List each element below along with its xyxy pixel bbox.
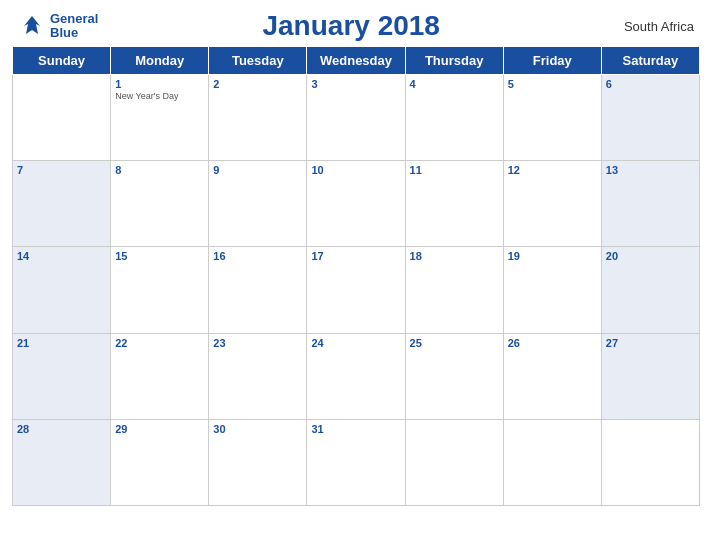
day-header-monday: Monday [111, 47, 209, 75]
day-cell: 2 [209, 75, 307, 161]
day-number: 7 [17, 164, 106, 176]
day-number: 30 [213, 423, 302, 435]
day-cell [601, 419, 699, 505]
calendar-header: General Blue January 2018 South Africa [0, 0, 712, 46]
calendar-title-block: January 2018 [98, 10, 604, 42]
day-header-sunday: Sunday [13, 47, 111, 75]
day-header-wednesday: Wednesday [307, 47, 405, 75]
day-number: 24 [311, 337, 400, 349]
day-cell: 7 [13, 161, 111, 247]
week-row-5: 28293031 [13, 419, 700, 505]
week-row-3: 14151617181920 [13, 247, 700, 333]
day-number: 19 [508, 250, 597, 262]
week-row-1: 1New Year's Day23456 [13, 75, 700, 161]
day-cell: 1New Year's Day [111, 75, 209, 161]
holiday-label: New Year's Day [115, 91, 204, 101]
logo: General Blue [18, 12, 98, 41]
day-cell: 28 [13, 419, 111, 505]
day-cell [13, 75, 111, 161]
logo-bird-icon [18, 12, 46, 40]
day-number: 10 [311, 164, 400, 176]
day-cell: 3 [307, 75, 405, 161]
day-number: 25 [410, 337, 499, 349]
day-number: 16 [213, 250, 302, 262]
day-cell: 23 [209, 333, 307, 419]
day-number: 23 [213, 337, 302, 349]
day-number: 1 [115, 78, 204, 90]
calendar-title: January 2018 [262, 10, 439, 41]
day-cell: 31 [307, 419, 405, 505]
day-cell: 8 [111, 161, 209, 247]
logo-text: General Blue [50, 12, 98, 41]
day-number: 9 [213, 164, 302, 176]
day-cell: 11 [405, 161, 503, 247]
calendar-table: SundayMondayTuesdayWednesdayThursdayFrid… [12, 46, 700, 506]
day-cell: 17 [307, 247, 405, 333]
day-header-row: SundayMondayTuesdayWednesdayThursdayFrid… [13, 47, 700, 75]
day-cell: 29 [111, 419, 209, 505]
day-cell: 26 [503, 333, 601, 419]
day-header-saturday: Saturday [601, 47, 699, 75]
day-number: 4 [410, 78, 499, 90]
week-row-2: 78910111213 [13, 161, 700, 247]
day-number: 27 [606, 337, 695, 349]
day-cell: 18 [405, 247, 503, 333]
day-number: 8 [115, 164, 204, 176]
day-number: 15 [115, 250, 204, 262]
svg-marker-0 [24, 16, 40, 34]
day-number: 29 [115, 423, 204, 435]
day-cell: 30 [209, 419, 307, 505]
day-number: 5 [508, 78, 597, 90]
day-number: 13 [606, 164, 695, 176]
day-cell: 15 [111, 247, 209, 333]
day-cell [405, 419, 503, 505]
day-cell: 12 [503, 161, 601, 247]
day-number: 28 [17, 423, 106, 435]
day-number: 11 [410, 164, 499, 176]
day-number: 3 [311, 78, 400, 90]
day-number: 18 [410, 250, 499, 262]
day-cell: 20 [601, 247, 699, 333]
day-number: 12 [508, 164, 597, 176]
day-cell [503, 419, 601, 505]
day-cell: 10 [307, 161, 405, 247]
day-cell: 24 [307, 333, 405, 419]
day-number: 2 [213, 78, 302, 90]
day-cell: 16 [209, 247, 307, 333]
calendar-body: 1New Year's Day2345678910111213141516171… [13, 75, 700, 506]
day-cell: 13 [601, 161, 699, 247]
day-cell: 5 [503, 75, 601, 161]
day-cell: 6 [601, 75, 699, 161]
day-cell: 14 [13, 247, 111, 333]
day-cell: 9 [209, 161, 307, 247]
day-cell: 21 [13, 333, 111, 419]
day-number: 22 [115, 337, 204, 349]
day-number: 6 [606, 78, 695, 90]
day-number: 20 [606, 250, 695, 262]
day-number: 31 [311, 423, 400, 435]
day-header-thursday: Thursday [405, 47, 503, 75]
day-cell: 25 [405, 333, 503, 419]
day-header-tuesday: Tuesday [209, 47, 307, 75]
week-row-4: 21222324252627 [13, 333, 700, 419]
day-header-friday: Friday [503, 47, 601, 75]
day-number: 21 [17, 337, 106, 349]
day-cell: 27 [601, 333, 699, 419]
day-cell: 4 [405, 75, 503, 161]
day-cell: 22 [111, 333, 209, 419]
day-number: 26 [508, 337, 597, 349]
calendar-grid: SundayMondayTuesdayWednesdayThursdayFrid… [0, 46, 712, 550]
day-cell: 19 [503, 247, 601, 333]
day-number: 17 [311, 250, 400, 262]
country-label: South Africa [604, 19, 694, 34]
day-number: 14 [17, 250, 106, 262]
